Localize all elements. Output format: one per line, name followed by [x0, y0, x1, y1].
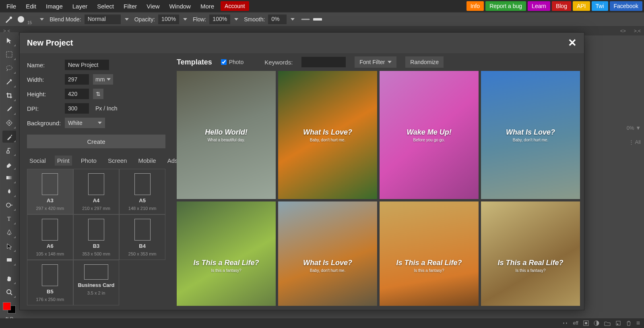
- template-sub: Baby, don't hurt me.: [303, 138, 352, 142]
- tab-photo[interactable]: Photo: [78, 156, 99, 166]
- crop-tool[interactable]: [2, 89, 16, 102]
- tab-marker-right: >.<: [634, 28, 641, 34]
- pressure-size-icon[interactable]: [313, 17, 322, 22]
- shape-tool[interactable]: [2, 254, 16, 266]
- menu-more[interactable]: More: [196, 0, 219, 12]
- hand-tool[interactable]: [2, 272, 16, 284]
- menu-file[interactable]: File: [2, 0, 21, 12]
- preset-b4[interactable]: B4 250 x 353 mm: [119, 214, 165, 260]
- template-card-5[interactable]: What Is Love?Baby, don't hurt me.: [278, 201, 377, 306]
- template-card-4[interactable]: Is This a Real Life?Is this a fantasy?: [177, 201, 276, 306]
- font-filter-button[interactable]: Font Filter: [355, 56, 396, 68]
- menu-edit[interactable]: Edit: [21, 0, 41, 12]
- color-swatches[interactable]: [3, 302, 16, 313]
- path-select-tool[interactable]: [2, 240, 16, 252]
- healing-tool[interactable]: [2, 117, 16, 129]
- smooth-caret[interactable]: [291, 18, 295, 21]
- folder-icon[interactable]: [604, 320, 611, 326]
- badge-twi[interactable]: Twi: [592, 1, 608, 11]
- opacity-caret[interactable]: [183, 18, 187, 21]
- wand-tool[interactable]: [2, 76, 16, 88]
- template-card-7[interactable]: Is This a Real Life?Is this a fantasy?: [481, 201, 580, 306]
- height-input[interactable]: [65, 89, 89, 99]
- badge-info[interactable]: Info: [466, 1, 484, 11]
- menu-view[interactable]: View: [142, 0, 164, 12]
- preset-b5[interactable]: B5 176 x 250 mm: [27, 260, 73, 305]
- lasso-tool[interactable]: [2, 62, 16, 74]
- template-title: Hello World!: [205, 128, 248, 137]
- new-layer-icon[interactable]: [615, 320, 621, 326]
- width-input[interactable]: [65, 74, 89, 85]
- opacity-input[interactable]: 100%: [158, 15, 179, 24]
- template-card-6[interactable]: Is This a Real Life?Is this a fantasy?: [380, 201, 479, 306]
- tab-screen[interactable]: Screen: [105, 156, 130, 166]
- tab-mobile[interactable]: Mobile: [136, 156, 158, 166]
- mask-icon[interactable]: [583, 320, 589, 326]
- create-button[interactable]: Create: [27, 135, 165, 148]
- page-icon: [42, 173, 58, 195]
- template-card-3[interactable]: What Is Love?Baby, don't hurt me.: [481, 71, 580, 199]
- tab-social[interactable]: Social: [27, 156, 48, 166]
- account-button[interactable]: Account: [221, 1, 249, 11]
- template-card-0[interactable]: Hello World!What a beautiful day.: [177, 71, 276, 199]
- zoom-tool[interactable]: [2, 286, 16, 298]
- brush-tool[interactable]: [2, 131, 16, 143]
- link-icon[interactable]: [562, 320, 568, 326]
- preset-name: B3: [93, 243, 100, 249]
- template-card-1[interactable]: What Is Love?Baby, don't hurt me.: [278, 71, 377, 199]
- marquee-tool[interactable]: [2, 48, 16, 60]
- panel-menu-icon[interactable]: ≡: [636, 320, 640, 327]
- badge-learn[interactable]: Learn: [528, 1, 550, 11]
- type-tool[interactable]: T: [2, 213, 16, 225]
- preset-size: 353 x 500 mm: [82, 251, 110, 256]
- blend-caret[interactable]: [125, 18, 129, 21]
- badge-facebook[interactable]: Facebook: [610, 1, 642, 11]
- adjustments-icon[interactable]: [594, 320, 599, 326]
- smooth-input[interactable]: 0%: [268, 15, 287, 24]
- preset-b3[interactable]: B3 353 x 500 mm: [73, 214, 120, 260]
- template-title: What Is Love?: [303, 259, 352, 267]
- blur-tool[interactable]: [2, 185, 16, 197]
- pen-tool[interactable]: [2, 226, 16, 239]
- badge-bug[interactable]: Report a bug: [485, 1, 526, 11]
- randomize-button[interactable]: Randomize: [405, 56, 444, 68]
- preset-category-tabs: Social Print Photo Screen Mobile Ads 2N: [27, 156, 165, 166]
- unit-select[interactable]: mm: [93, 74, 113, 85]
- preset-a5[interactable]: A5 148 x 210 mm: [119, 169, 165, 214]
- badge-api[interactable]: API: [573, 1, 590, 11]
- menubar: File Edit Image Layer Select Filter View…: [0, 0, 644, 12]
- photo-checkbox[interactable]: Photo: [221, 59, 244, 65]
- flow-caret[interactable]: [234, 18, 238, 21]
- swap-dimensions-icon[interactable]: ⇅: [93, 89, 103, 99]
- brush-dropdown-caret[interactable]: [40, 18, 44, 21]
- preset-business-card[interactable]: Business Card 3.5 x 2 in: [73, 260, 120, 305]
- close-button[interactable]: ✕: [568, 37, 577, 49]
- blend-mode-select[interactable]: Normal: [85, 15, 121, 24]
- eyedropper-tool[interactable]: [2, 103, 16, 115]
- menu-window[interactable]: Window: [165, 0, 196, 12]
- tab-print[interactable]: Print: [55, 156, 72, 166]
- dodge-tool[interactable]: [2, 199, 16, 211]
- brush-preview-icon[interactable]: [16, 15, 28, 24]
- eraser-tool[interactable]: [2, 158, 16, 170]
- template-title: What Is Love?: [303, 128, 352, 137]
- preset-a6[interactable]: A6 105 x 148 mm: [27, 214, 73, 260]
- badge-blog[interactable]: Blog: [552, 1, 571, 11]
- pressure-opacity-icon[interactable]: [301, 17, 310, 22]
- menu-image[interactable]: Image: [41, 0, 68, 12]
- clone-tool[interactable]: [2, 144, 16, 156]
- menu-filter[interactable]: Filter: [119, 0, 142, 12]
- flow-input[interactable]: 100%: [209, 15, 230, 24]
- background-select[interactable]: White: [65, 118, 105, 128]
- dpi-input[interactable]: [65, 103, 89, 114]
- menu-layer[interactable]: Layer: [68, 0, 93, 12]
- move-tool[interactable]: [2, 35, 16, 47]
- gradient-tool[interactable]: [2, 172, 16, 184]
- trash-icon[interactable]: [626, 320, 632, 326]
- menu-select[interactable]: Select: [92, 0, 119, 12]
- name-input[interactable]: [65, 60, 109, 70]
- preset-a4[interactable]: A4 210 x 297 mm: [73, 169, 120, 214]
- preset-a3[interactable]: A3 297 x 420 mm: [27, 169, 73, 214]
- template-card-2[interactable]: Wake Me Up!Before you go go.: [380, 71, 479, 199]
- keywords-input[interactable]: [301, 57, 346, 67]
